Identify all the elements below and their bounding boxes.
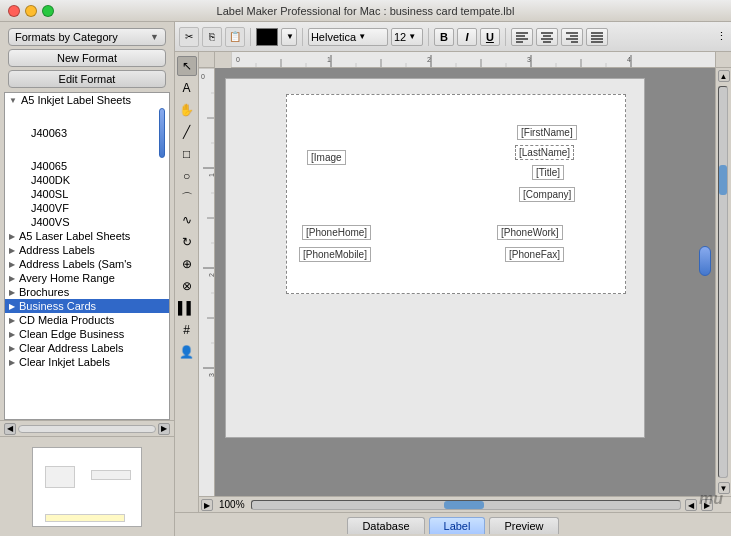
cut-icon[interactable]: ✂ — [179, 27, 199, 47]
tool-barcode-button[interactable]: ▌▌ — [177, 298, 197, 318]
tab-database[interactable]: Database — [347, 517, 424, 534]
canvas-main: ↖A✋╱□○⌒∿↻⊕⊗▌▌#👤 0 1 — [175, 52, 731, 512]
separator2 — [302, 28, 303, 46]
tree-item-j40065[interactable]: J40065 — [5, 159, 169, 173]
toolbar-more[interactable]: ⋮ — [716, 30, 727, 43]
bold-button[interactable]: B — [434, 28, 454, 46]
field-phonefax[interactable]: [PhoneFax] — [505, 247, 564, 262]
tree-item-address-labels[interactable]: ▶Address Labels — [5, 243, 169, 257]
triangle-icon: ▼ — [9, 96, 17, 105]
scroll-left-button[interactable]: ◀ — [4, 423, 16, 435]
wave-icon: ∿ — [182, 213, 192, 227]
separator4 — [505, 28, 506, 46]
tool-line-button[interactable]: ╱ — [177, 122, 197, 142]
tool-pointer-button[interactable]: ↖ — [177, 56, 197, 76]
field-phonework[interactable]: [PhoneWork] — [497, 225, 563, 240]
ruler-horizontal: 0 1 2 3 4 — [231, 52, 715, 68]
tool-wave-button[interactable]: ∿ — [177, 210, 197, 230]
tool-oval-button[interactable]: ○ — [177, 166, 197, 186]
tree-item-j400dk[interactable]: J400DK — [5, 173, 169, 187]
edit-format-button[interactable]: Edit Format — [8, 70, 166, 88]
underline-button[interactable]: U — [480, 28, 500, 46]
vertical-scrollbar[interactable]: ▲ ▼ — [715, 68, 731, 496]
tool-hash-button[interactable]: # — [177, 320, 197, 340]
titlebar: Label Maker Professional for Mac : busin… — [0, 0, 731, 22]
vscroll-up-button[interactable]: ▲ — [718, 70, 730, 82]
field-phonehome[interactable]: [PhoneHome] — [302, 225, 371, 240]
field-phonemobile[interactable]: [PhoneMobile] — [299, 247, 371, 262]
font-dropdown-arrow-icon: ▼ — [358, 32, 366, 41]
tree-item-cd-media-products[interactable]: ▶CD Media Products — [5, 313, 169, 327]
tree-item-j400sl[interactable]: J400SL — [5, 187, 169, 201]
formats-dropdown[interactable]: Formats by Category ▼ — [8, 28, 166, 46]
vscroll-thumb[interactable] — [719, 165, 727, 195]
svg-text:2: 2 — [427, 56, 431, 63]
hscroll-track[interactable] — [251, 500, 681, 510]
tree-item-clear-address-labels[interactable]: ▶Clear Address Labels — [5, 341, 169, 355]
minimize-button[interactable] — [25, 5, 37, 17]
preview-panel — [0, 436, 174, 536]
tab-preview[interactable]: Preview — [489, 517, 558, 534]
tool-cross-button[interactable]: ⊗ — [177, 276, 197, 296]
rect-icon: □ — [183, 147, 190, 161]
scroll-right-button[interactable]: ▶ — [158, 423, 170, 435]
separator — [250, 28, 251, 46]
tree-item-business-cards[interactable]: ▶Business Cards — [5, 299, 169, 313]
hscroll-thumb[interactable] — [444, 501, 484, 509]
color-dropdown-arrow-icon: ▼ — [286, 32, 294, 41]
preview-card — [32, 447, 142, 527]
tree-item-j400vf[interactable]: J400VF — [5, 201, 169, 215]
tree-item-address-labels-(sam's[interactable]: ▶Address Labels (Sam's — [5, 257, 169, 271]
tree-list[interactable]: ▼A5 Inkjet Label SheetsJ40063J40065J400D… — [4, 92, 170, 420]
tree-item-a5-inkjet-label-sheets[interactable]: ▼A5 Inkjet Label Sheets — [5, 93, 169, 107]
tool-magnify-button[interactable]: ⊕ — [177, 254, 197, 274]
svg-text:3: 3 — [527, 56, 531, 63]
paste-icon[interactable]: 📋 — [225, 27, 245, 47]
justify-button[interactable] — [586, 28, 608, 46]
maximize-button[interactable] — [42, 5, 54, 17]
tree-item-a5-laser-label-sheets[interactable]: ▶A5 Laser Label Sheets — [5, 229, 169, 243]
field-lastname[interactable]: [LastName] — [515, 145, 574, 160]
sidebar-top: Formats by Category ▼ New Format Edit Fo… — [0, 22, 174, 92]
vscroll-track[interactable] — [718, 86, 728, 478]
tool-text-button[interactable]: A — [177, 78, 197, 98]
hscroll-expand-button[interactable]: ▶ — [201, 499, 213, 511]
tree-item-j40063[interactable]: J40063 — [5, 107, 169, 159]
sidebar-scrollbar[interactable] — [18, 425, 156, 433]
color-picker[interactable] — [256, 28, 278, 46]
copy-icon[interactable]: ⎘ — [202, 27, 222, 47]
tool-hand-button[interactable]: ✋ — [177, 100, 197, 120]
hscroll-left-button[interactable]: ◀ — [685, 499, 697, 511]
field-image[interactable]: [Image — [307, 150, 346, 165]
rotate-icon: ↻ — [182, 235, 192, 249]
field-company[interactable]: [Company] — [519, 187, 575, 202]
tree-item-clear-inkjet-labels[interactable]: ▶Clear Inkjet Labels — [5, 355, 169, 369]
tool-arc-button[interactable]: ⌒ — [177, 188, 197, 208]
card-template[interactable]: [FirstName][LastName][Title][Image[Compa… — [286, 94, 626, 294]
field-firstname[interactable]: [FirstName] — [517, 125, 577, 140]
tree-item-brochures[interactable]: ▶Brochures — [5, 285, 169, 299]
traffic-lights — [8, 5, 54, 17]
canvas-scroll[interactable]: [FirstName][LastName][Title][Image[Compa… — [215, 68, 715, 496]
tool-rect-button[interactable]: □ — [177, 144, 197, 164]
main-layout: Formats by Category ▼ New Format Edit Fo… — [0, 22, 731, 536]
italic-button[interactable]: I — [457, 28, 477, 46]
close-button[interactable] — [8, 5, 20, 17]
align-left-button[interactable] — [511, 28, 533, 46]
color-dropdown[interactable]: ▼ — [281, 28, 297, 46]
tree-item-clean-edge-business[interactable]: ▶Clean Edge Business — [5, 327, 169, 341]
tree-item-j400vs[interactable]: J400VS — [5, 215, 169, 229]
tool-rotate-button[interactable]: ↻ — [177, 232, 197, 252]
canvas-area: ✂ ⎘ 📋 ▼ Helvetica ▼ 12 ▼ B I U — [175, 22, 731, 536]
triangle-icon: ▶ — [9, 344, 15, 353]
tree-item-avery-home-range[interactable]: ▶Avery Home Range — [5, 271, 169, 285]
new-format-button[interactable]: New Format — [8, 49, 166, 67]
tab-label[interactable]: Label — [429, 517, 486, 534]
font-size-dropdown[interactable]: 12 ▼ — [391, 28, 423, 46]
align-right-button[interactable] — [561, 28, 583, 46]
blue-scroll-handle[interactable] — [699, 246, 711, 276]
tool-person-button[interactable]: 👤 — [177, 342, 197, 362]
field-title[interactable]: [Title] — [532, 165, 564, 180]
font-name-dropdown[interactable]: Helvetica ▼ — [308, 28, 388, 46]
align-center-button[interactable] — [536, 28, 558, 46]
